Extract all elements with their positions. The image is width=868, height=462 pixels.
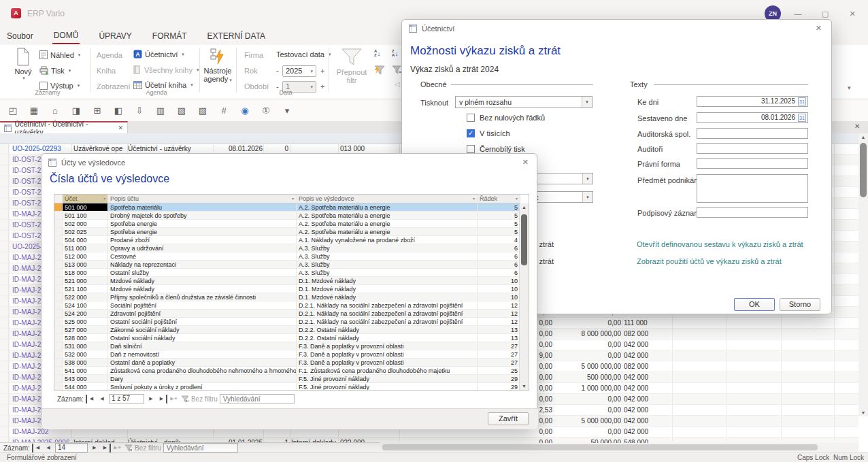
zavrit-button[interactable]: Zavřít: [488, 412, 529, 425]
preview-button[interactable]: Náhled▾: [39, 50, 80, 59]
chart-icon[interactable]: ◧: [112, 104, 124, 116]
window-icon[interactable]: ◰: [7, 104, 19, 116]
download-icon[interactable]: ⇩: [133, 104, 146, 116]
nav-last-icon[interactable]: ▶: [158, 395, 167, 403]
row-selector[interactable]: [54, 277, 63, 284]
nav-last-icon[interactable]: ▶: [101, 444, 111, 452]
row-selector[interactable]: [54, 244, 63, 252]
account-row[interactable]: 524 100Sociální pojištěníD.2.1. Náklady …: [54, 301, 520, 310]
row-selector[interactable]: [54, 318, 63, 325]
row-selector[interactable]: [54, 212, 63, 219]
row-selector[interactable]: [0, 416, 9, 426]
row-selector[interactable]: [0, 274, 9, 284]
row-selector[interactable]: [0, 209, 9, 219]
account-row[interactable]: 502 025Spotřeba energieA.2. Spotřeba mat…: [54, 228, 520, 236]
filter-status[interactable]: Bez filtru: [181, 395, 218, 403]
table-icon[interactable]: ⊞: [91, 104, 103, 116]
rok-select[interactable]: 2025▾: [282, 65, 316, 77]
account-row[interactable]: 511 000Opravy a udržováníA.3. Služby6: [54, 244, 520, 252]
account-row[interactable]: 513 000Náklady na reprezentaciA.3. Služb…: [54, 261, 520, 269]
row-selector[interactable]: [0, 427, 9, 437]
menu-item-3[interactable]: ÚPRAVY: [97, 29, 133, 44]
row-selector[interactable]: [0, 198, 9, 208]
hscrollbar-thumb[interactable]: [382, 444, 818, 450]
accounts-close-icon[interactable]: ✕: [522, 158, 529, 167]
field-7[interactable]: [697, 207, 808, 218]
row-selector[interactable]: [0, 144, 9, 154]
checkbox-row[interactable]: Černobílý tisk: [467, 145, 525, 153]
row-selector[interactable]: [0, 176, 9, 186]
new-button[interactable]: Nový ▾: [11, 48, 35, 81]
filter-status[interactable]: Bez filtru: [124, 444, 161, 452]
book-icon[interactable]: ◨: [70, 104, 82, 116]
row-selector[interactable]: [0, 361, 9, 372]
accounting-button[interactable]: A Účetnictví▾: [133, 50, 184, 59]
close-icon[interactable]: ✕: [844, 7, 861, 20]
ok-button[interactable]: OK: [734, 298, 775, 311]
account-row[interactable]: 525 000Ostatní sociální pojištěníD.2.1. …: [54, 318, 520, 326]
row-selector[interactable]: [54, 383, 63, 391]
row-selector[interactable]: [0, 296, 9, 306]
field-1[interactable]: 31.12.202531: [697, 96, 808, 107]
row-selector[interactable]: [0, 242, 9, 252]
account-row[interactable]: 518 000Ostatní službyA.3. Služby6: [54, 269, 520, 277]
row-selector[interactable]: [54, 375, 63, 382]
account-row[interactable]: 502 000Spotřeba energieA.2. Spotřeba mat…: [54, 220, 520, 228]
horizontal-scrollbar[interactable]: [380, 443, 858, 452]
vertical-scrollbar[interactable]: ▲ ▼: [858, 133, 868, 416]
scroll-down-icon[interactable]: ▼: [520, 384, 529, 389]
code-icon[interactable]: #: [218, 104, 230, 116]
column-header[interactable]: Řádek▾: [478, 195, 520, 203]
nav-first-icon[interactable]: ◀: [86, 395, 95, 403]
account-row[interactable]: 543 000DaryF.5. Jiné provozní náklady29: [54, 375, 520, 383]
back-icon[interactable]: ◁: [395, 80, 400, 88]
checkbox[interactable]: [467, 145, 475, 153]
account-row[interactable]: 544 000Smluvní pokuty a úroky z prodlení…: [54, 383, 520, 391]
dialog-link-2[interactable]: Zobrazit použití účtů ve výkazu zisků a …: [637, 257, 782, 265]
row-selector[interactable]: [54, 220, 63, 227]
tisknout-select[interactable]: v plném rozsahu ▼: [455, 96, 592, 108]
row-selector[interactable]: [54, 252, 63, 260]
account-row[interactable]: 504 000Prodané zbožíA.1. Náklady vynalož…: [54, 236, 520, 244]
row-selector[interactable]: [54, 334, 63, 342]
print-button[interactable]: Tisk▾: [39, 66, 71, 75]
row-selector[interactable]: [0, 318, 9, 328]
obdobi-plus[interactable]: +: [320, 82, 324, 90]
account-row[interactable]: 541 000Zůstatková cena prodaného dlouhod…: [54, 367, 520, 375]
menu-item-1[interactable]: Soubor: [5, 29, 35, 44]
all-books-button[interactable]: Všechny knihy▾: [133, 65, 199, 74]
account-row[interactable]: 527 000Zákonné sociální nákladyD.2.2. Os…: [54, 326, 520, 334]
search-input[interactable]: [163, 443, 238, 452]
calendar-icon[interactable]: 31: [798, 97, 806, 105]
field-4[interactable]: [697, 143, 808, 154]
dialog-link-1[interactable]: Otevřít definovanou sestavu k výkazu zis…: [637, 240, 803, 248]
copies-icon[interactable]: ▧: [176, 104, 188, 116]
scrollbar-thumb[interactable]: [860, 143, 867, 197]
row-selector[interactable]: [0, 252, 9, 263]
nav-new-icon[interactable]: ▶✳: [169, 395, 179, 403]
row-selector[interactable]: [0, 372, 9, 382]
sort-asc-icon[interactable]: AZ↓: [374, 49, 381, 57]
row-selector[interactable]: [0, 340, 9, 350]
row-selector[interactable]: [0, 231, 9, 241]
nav-first-icon[interactable]: ◀: [32, 444, 41, 452]
sort-dropdown-icon[interactable]: ▾: [516, 195, 518, 203]
row-selector[interactable]: [54, 326, 63, 333]
account-row[interactable]: 512 000CestovnéA.3. Služby6: [54, 252, 520, 261]
scroll-up-icon[interactable]: ▲: [858, 135, 868, 139]
account-row[interactable]: 532 000Daň z nemovitostíF.3. Daně a popl…: [54, 350, 520, 359]
row-selector[interactable]: [54, 367, 63, 374]
row-selector[interactable]: [54, 350, 63, 358]
menu-item-2[interactable]: DOMŮ: [52, 28, 80, 44]
accounts-scrollbar[interactable]: ▲ ▼: [519, 203, 529, 390]
sort-desc-icon[interactable]: ZA↓: [392, 49, 399, 57]
account-row[interactable]: 521 000Mzdové nákladyD.1. Mzdové náklady…: [54, 277, 520, 285]
image-icon[interactable]: ▨: [197, 104, 209, 116]
filter-selection-icon[interactable]: [373, 65, 386, 76]
nav-new-icon[interactable]: ▶✳: [113, 444, 122, 452]
row-selector[interactable]: [0, 394, 9, 404]
storno-button[interactable]: Storno: [780, 298, 820, 311]
scrollbar-thumb[interactable]: [521, 214, 527, 265]
presence-icon[interactable]: ◉: [239, 104, 251, 116]
menu-item-4[interactable]: FORMÁT: [151, 29, 188, 44]
